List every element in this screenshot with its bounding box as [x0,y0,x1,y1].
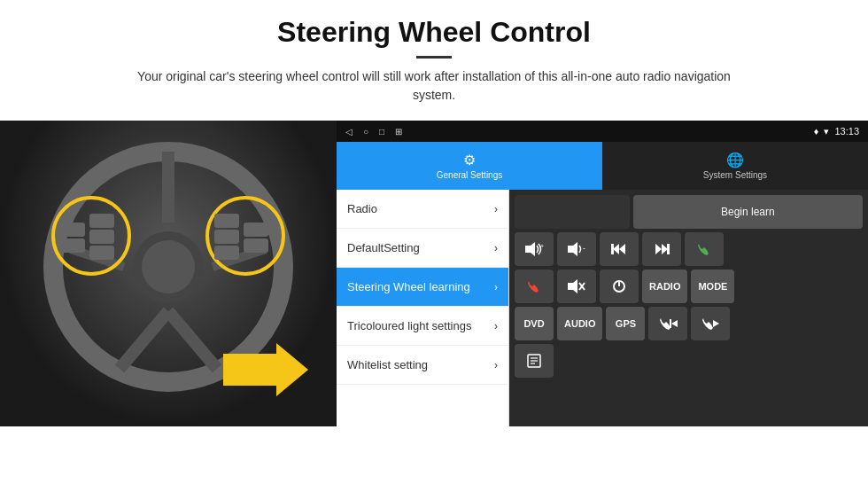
controls-row-2: + - [515,232,863,266]
phone-prev-button[interactable] [648,307,687,340]
tab-system-settings[interactable]: 🌐 System Settings [602,142,868,190]
svg-rect-35 [670,319,671,328]
menu-item-tricoloured[interactable]: Tricoloured light settings › [337,307,508,346]
svg-rect-15 [214,246,239,260]
status-right: ♦ ▾ 13:13 [814,126,859,137]
svg-text:-: - [583,244,585,253]
controls-row-1: Begin learn [515,195,863,229]
svg-rect-25 [611,244,614,254]
svg-rect-12 [89,246,114,260]
prev-track-button[interactable] [600,232,639,266]
svg-rect-17 [244,238,268,253]
menu-item-steering-wheel[interactable]: Steering Wheel learning › [337,268,508,307]
phone-hangup-button[interactable] [515,270,554,303]
begin-learn-button[interactable]: Begin learn [633,195,863,229]
svg-marker-23 [613,244,619,254]
controls-panel: Begin learn + - [509,190,868,426]
power-button[interactable] [600,270,639,303]
status-left: ◁ ○ □ ⊞ [345,127,402,137]
content-area: ◁ ○ □ ⊞ ♦ ▾ 13:13 ⚙ General Settings [0,121,868,500]
header-section: Steering Wheel Control Your original car… [0,0,868,113]
menu-tricoloured-label: Tricoloured light settings [347,319,471,332]
main-content: Radio › DefaultSetting › Steering Wheel … [337,190,868,426]
svg-marker-27 [655,244,662,254]
location-icon: ♦ [814,126,819,137]
svg-rect-16 [244,223,268,237]
status-bar: ◁ ○ □ ⊞ ♦ ▾ 13:13 [337,121,868,142]
spacer-1 [515,195,630,229]
page-container: Steering Wheel Control Your original car… [0,0,868,500]
svg-rect-9 [60,238,85,253]
svg-marker-19 [525,242,535,256]
gps-button[interactable]: GPS [606,307,645,340]
svg-marker-36 [713,320,719,327]
menu-whitelist-chevron: › [494,359,498,371]
left-control-highlight [51,196,131,276]
subtitle-text: Your original car's steering wheel contr… [124,67,744,105]
phone-pickup-button[interactable] [685,232,724,266]
svg-marker-21 [568,242,577,256]
dvd-button[interactable]: DVD [515,307,554,340]
list-button[interactable] [515,344,554,378]
right-control-highlight [205,196,285,276]
volume-up-button[interactable]: + [515,232,554,266]
menu-steering-label: Steering Wheel learning [347,280,470,293]
svg-rect-10 [89,214,114,228]
tab-general-settings[interactable]: ⚙ General Settings [337,142,602,190]
signal-icon: ▾ [824,126,829,137]
system-settings-icon: 🌐 [726,152,744,168]
controls-row-4: DVD AUDIO GPS [515,307,863,340]
controls-row-5 [515,344,863,378]
back-nav-icon[interactable]: ◁ [345,127,353,137]
tab-bar: ⚙ General Settings 🌐 System Settings [337,142,868,190]
svg-marker-24 [619,244,625,254]
steering-wheel-image [0,121,337,426]
menu-list: Radio › DefaultSetting › Steering Wheel … [337,190,509,426]
mute-button[interactable] [557,270,596,303]
svg-marker-18 [223,343,308,396]
menu-item-radio[interactable]: Radio › [337,190,508,229]
svg-marker-34 [671,320,678,327]
controls-row-3: RADIO MODE [515,270,863,303]
arrow-indicator [221,343,310,400]
svg-marker-26 [662,244,668,254]
menu-item-whitelist[interactable]: Whitelist setting › [337,346,508,385]
audio-button[interactable]: AUDIO [557,307,602,340]
android-ui: ◁ ○ □ ⊞ ♦ ▾ 13:13 ⚙ General Settings [337,121,868,426]
menu-default-chevron: › [494,242,498,254]
menu-default-label: DefaultSetting [347,241,420,254]
svg-rect-11 [89,230,114,244]
title-divider [416,56,452,59]
svg-text:+: + [540,243,544,249]
general-settings-icon: ⚙ [463,152,476,168]
svg-line-2 [120,311,168,369]
svg-line-3 [168,311,217,369]
recents-nav-icon[interactable]: □ [379,127,384,137]
system-settings-label: System Settings [703,170,767,180]
page-title: Steering Wheel Control [53,16,815,49]
phone-next-button[interactable] [691,307,730,340]
clock-display: 13:13 [834,126,859,137]
menu-tricoloured-chevron: › [494,320,498,332]
svg-rect-14 [214,230,239,244]
radio-button[interactable]: RADIO [642,270,687,303]
grid-nav-icon[interactable]: ⊞ [395,127,402,137]
svg-point-5 [142,240,195,293]
next-track-button[interactable] [642,232,681,266]
svg-rect-8 [60,223,85,237]
menu-whitelist-label: Whitelist setting [347,358,428,371]
menu-radio-label: Radio [347,202,377,215]
steering-bg [0,121,337,426]
mode-button[interactable]: MODE [691,270,734,303]
general-settings-label: General Settings [437,170,503,180]
home-nav-icon[interactable]: ○ [363,127,368,137]
svg-marker-29 [568,279,577,293]
svg-rect-13 [214,214,239,228]
menu-steering-chevron: › [494,281,498,293]
menu-item-default-setting[interactable]: DefaultSetting › [337,229,508,268]
svg-rect-28 [667,244,670,254]
volume-down-button[interactable]: - [557,232,596,266]
menu-radio-chevron: › [494,203,498,215]
